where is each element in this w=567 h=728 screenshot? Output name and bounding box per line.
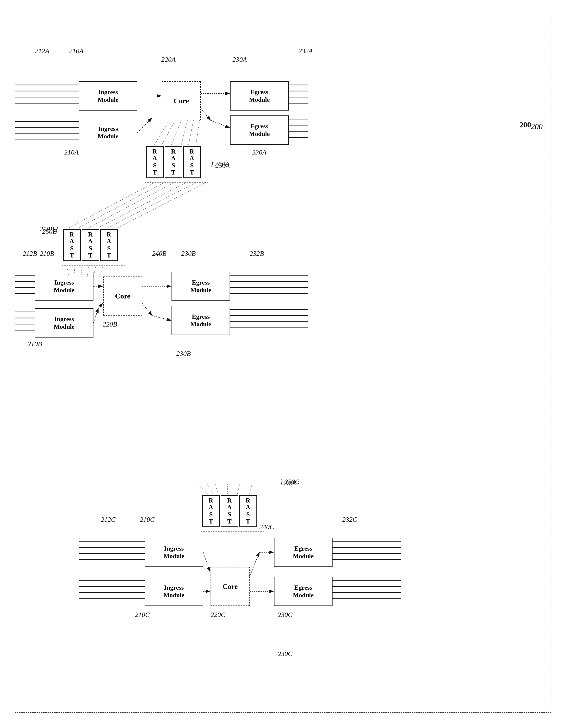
svg-line-77 <box>250 484 252 494</box>
ingress-c2: IngressModule <box>145 577 203 606</box>
label-232c: 232C <box>342 516 357 523</box>
egress-c1: EgressModule <box>274 538 332 567</box>
label-210b-top: 210B <box>40 250 54 257</box>
label-240b: 240B <box>152 250 166 257</box>
label-230b-top: 230B <box>181 250 196 257</box>
label-230c-top: 230C <box>278 611 292 619</box>
svg-line-42 <box>142 303 152 316</box>
svg-line-17 <box>172 120 181 145</box>
label-220a: 220A <box>161 56 176 63</box>
svg-line-67 <box>203 552 210 572</box>
svg-line-92 <box>118 183 206 228</box>
svg-line-88 <box>79 183 164 228</box>
ingress-a2: IngressModule <box>79 118 137 147</box>
egress-a2: EgressModule <box>230 115 288 145</box>
label-210b-bottom: 210B <box>28 340 42 348</box>
page-number: 200 <box>519 120 531 129</box>
label-230a-bottom: 230A <box>252 148 267 156</box>
label-210c-bottom: 210C <box>135 611 150 619</box>
svg-line-72 <box>198 484 208 494</box>
label-212c: 212C <box>101 516 116 523</box>
rast-b1: RAST <box>63 229 81 261</box>
core-c: Core <box>211 567 250 606</box>
svg-line-11 <box>137 118 152 133</box>
svg-line-15 <box>155 120 169 145</box>
label-210a-bottom: 210A <box>64 148 79 156</box>
svg-line-19 <box>189 120 194 145</box>
svg-line-74 <box>216 484 218 494</box>
label-230c-bottom: 230C <box>278 650 292 658</box>
label-220b: 220B <box>103 320 117 328</box>
svg-line-48 <box>93 266 96 277</box>
ingress-c1: IngressModule <box>145 538 203 567</box>
label-220c: 220C <box>211 611 226 619</box>
rast-c1: RAST <box>202 495 220 527</box>
label-210a-top: 210A <box>69 47 83 55</box>
svg-line-16 <box>162 120 175 145</box>
svg-line-49 <box>100 266 103 277</box>
label-250c: 250C <box>284 479 298 487</box>
egress-b1: EgressModule <box>172 272 230 301</box>
label-232a: 232A <box>298 47 313 55</box>
svg-line-91 <box>108 183 196 228</box>
svg-line-39 <box>93 308 98 323</box>
svg-line-20 <box>196 120 200 145</box>
core-b: Core <box>103 277 142 316</box>
rast-group-c: RAST RAST RAST <box>201 494 264 532</box>
svg-line-18 <box>181 120 187 145</box>
svg-line-69 <box>250 552 259 577</box>
egress-c2: EgressModule <box>274 577 332 606</box>
rast-group-a: RAST RAST RAST <box>145 145 208 183</box>
rast-c2: RAST <box>221 495 239 527</box>
label-230a-top: 230A <box>233 56 247 63</box>
rast-b3: RAST <box>100 229 118 261</box>
svg-line-76 <box>238 484 240 494</box>
label-240c: 240C <box>259 523 274 531</box>
diagram-page: IngressModule IngressModule Core EgressM… <box>15 15 551 713</box>
label-212b: 212B <box>23 250 37 257</box>
label-232b: 232B <box>250 250 264 257</box>
label-210c-top: 210C <box>140 516 155 523</box>
core-a: Core <box>162 81 201 120</box>
label-212a: 212A <box>35 47 49 55</box>
svg-line-14 <box>211 120 230 128</box>
egress-b2: EgressModule <box>172 306 230 335</box>
svg-line-73 <box>207 484 213 494</box>
label-250b: 250B <box>42 228 57 236</box>
ingress-a1: IngressModule <box>79 81 137 111</box>
ingress-b2: IngressModule <box>35 308 93 338</box>
rast-group-b: RAST RAST RAST <box>62 228 125 266</box>
egress-a1: EgressModule <box>230 81 288 111</box>
rast-b2: RAST <box>82 229 99 261</box>
svg-line-13 <box>201 108 211 120</box>
label-230b-bottom: 230B <box>176 350 191 358</box>
svg-line-87 <box>69 183 155 228</box>
svg-line-40 <box>98 303 103 308</box>
rast-c3: RAST <box>239 495 257 527</box>
rast-a3: RAST <box>183 146 201 178</box>
label-250a: 250A <box>216 162 230 170</box>
svg-line-90 <box>98 183 186 228</box>
svg-line-89 <box>89 183 174 228</box>
ref-200: 200 <box>531 122 543 131</box>
svg-line-43 <box>152 316 171 320</box>
rast-a1: RAST <box>146 146 164 178</box>
rast-a2: RAST <box>165 146 182 178</box>
ingress-b1: IngressModule <box>35 272 93 301</box>
